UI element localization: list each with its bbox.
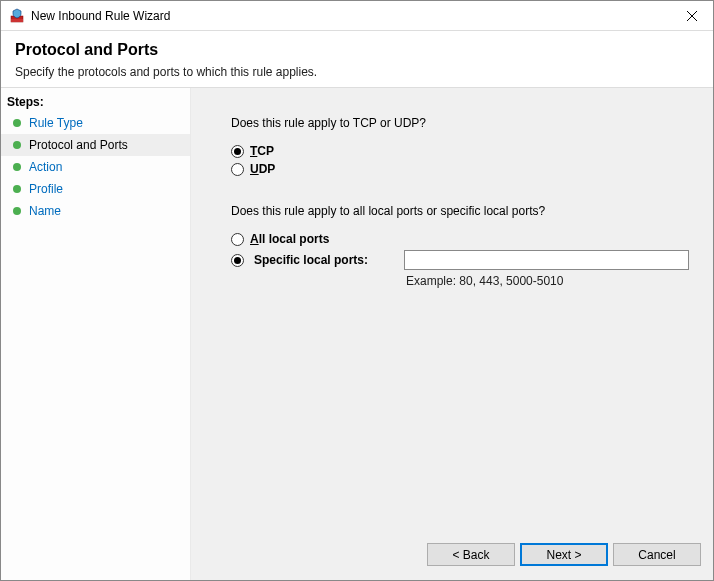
radio-udp-label[interactable]: UDP bbox=[250, 162, 275, 176]
back-button[interactable]: < Back bbox=[427, 543, 515, 566]
wizard-window: New Inbound Rule Wizard Protocol and Por… bbox=[0, 0, 714, 581]
next-button[interactable]: Next > bbox=[520, 543, 608, 566]
svg-rect-2 bbox=[11, 19, 23, 22]
page-header: Protocol and Ports Specify the protocols… bbox=[1, 31, 713, 88]
content-pane: Does this rule apply to TCP or UDP? TCP … bbox=[191, 88, 713, 580]
ports-question: Does this rule apply to all local ports … bbox=[231, 204, 689, 218]
bullet-icon bbox=[13, 119, 21, 127]
page-subtitle: Specify the protocols and ports to which… bbox=[15, 65, 699, 79]
close-button[interactable] bbox=[671, 1, 713, 31]
step-action[interactable]: Action bbox=[1, 156, 190, 178]
radio-row-specific-ports: Specific local ports: bbox=[231, 250, 689, 270]
radio-row-udp: UDP bbox=[231, 162, 689, 176]
step-label: Protocol and Ports bbox=[29, 138, 128, 152]
protocol-radio-group: TCP UDP bbox=[231, 144, 689, 176]
content-inner: Does this rule apply to TCP or UDP? TCP … bbox=[191, 116, 713, 533]
radio-udp[interactable] bbox=[231, 163, 244, 176]
window-title: New Inbound Rule Wizard bbox=[31, 9, 671, 23]
page-title: Protocol and Ports bbox=[15, 41, 699, 59]
radio-all-ports[interactable] bbox=[231, 233, 244, 246]
radio-row-all-ports: All local ports bbox=[231, 232, 689, 246]
step-protocol-ports[interactable]: Protocol and Ports bbox=[1, 134, 190, 156]
bullet-icon bbox=[13, 185, 21, 193]
step-label: Profile bbox=[29, 182, 63, 196]
firewall-icon bbox=[9, 8, 25, 24]
radio-specific-ports-label[interactable]: Specific local ports: bbox=[254, 253, 394, 267]
ports-radio-group: All local ports Specific local ports: Ex… bbox=[231, 232, 689, 288]
step-rule-type[interactable]: Rule Type bbox=[1, 112, 190, 134]
titlebar: New Inbound Rule Wizard bbox=[1, 1, 713, 31]
bullet-icon bbox=[13, 163, 21, 171]
step-profile[interactable]: Profile bbox=[1, 178, 190, 200]
step-label: Action bbox=[29, 160, 62, 174]
steps-sidebar: Steps: Rule Type Protocol and Ports Acti… bbox=[1, 88, 191, 580]
radio-tcp-label[interactable]: TCP bbox=[250, 144, 274, 158]
radio-all-ports-label[interactable]: All local ports bbox=[250, 232, 329, 246]
protocol-question: Does this rule apply to TCP or UDP? bbox=[231, 116, 689, 130]
ports-example-text: Example: 80, 443, 5000-5010 bbox=[406, 274, 689, 288]
bullet-icon bbox=[13, 141, 21, 149]
bullet-icon bbox=[13, 207, 21, 215]
radio-specific-ports[interactable] bbox=[231, 254, 244, 267]
radio-row-tcp: TCP bbox=[231, 144, 689, 158]
cancel-button[interactable]: Cancel bbox=[613, 543, 701, 566]
steps-heading: Steps: bbox=[1, 92, 190, 112]
wizard-body: Steps: Rule Type Protocol and Ports Acti… bbox=[1, 88, 713, 580]
step-label: Name bbox=[29, 204, 61, 218]
radio-tcp[interactable] bbox=[231, 145, 244, 158]
button-bar: < Back Next > Cancel bbox=[191, 533, 713, 580]
step-name[interactable]: Name bbox=[1, 200, 190, 222]
close-icon bbox=[687, 11, 697, 21]
step-label: Rule Type bbox=[29, 116, 83, 130]
specific-ports-input[interactable] bbox=[404, 250, 689, 270]
